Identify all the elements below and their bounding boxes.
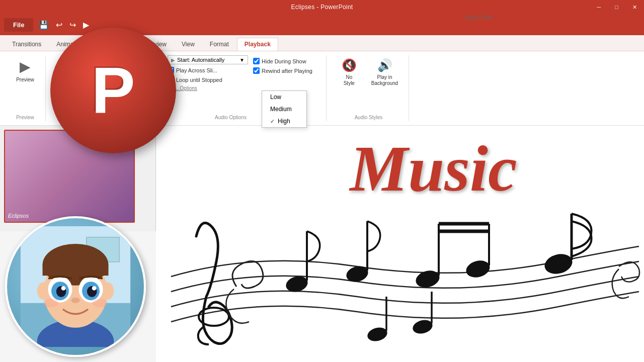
- audio-styles-group-label: Audio Styles: [355, 115, 383, 120]
- volume-option-low[interactable]: Low: [262, 91, 306, 103]
- redo-button[interactable]: ↪: [66, 18, 79, 32]
- audio-options-left: ▶ Start: Automatically ▼ Play Across Sli…: [168, 55, 248, 91]
- svg-point-7: [464, 258, 492, 280]
- tab-playback[interactable]: Playback: [237, 38, 278, 51]
- dropdown-arrow-icon: ▼: [239, 57, 245, 63]
- more-options-link[interactable]: ...Options: [168, 85, 248, 91]
- ppt-p-letter: P: [92, 58, 135, 123]
- audio-options-right: Hide During Show Rewind after Playing: [253, 57, 312, 74]
- loop-until-checkbox[interactable]: Loop until Stopped: [168, 76, 248, 83]
- music-heading: Music: [350, 136, 517, 201]
- svg-point-3: [345, 264, 370, 284]
- start-dropdown[interactable]: ▶ Start: Automatically ▼: [168, 55, 248, 64]
- powerpoint-logo: P: [50, 28, 176, 153]
- svg-point-15: [411, 318, 434, 335]
- tab-transitions[interactable]: Transitions: [5, 38, 48, 51]
- svg-point-37: [93, 299, 108, 307]
- volume-dropdown: Low Medium High: [262, 90, 307, 128]
- window-controls: ─ □ ✕: [590, 0, 644, 14]
- present-button[interactable]: ▶: [79, 18, 93, 32]
- ribbon-group-audio-styles: 🔇 NoStyle 🔊 Play inBackground Audio Styl…: [329, 55, 409, 121]
- file-tab-button[interactable]: File: [4, 18, 33, 32]
- slide-main-area: Music: [156, 126, 644, 362]
- avatar-circle: [5, 216, 146, 357]
- audio-tools-context-label: Audio Tools: [454, 0, 503, 35]
- play-icon: ▶: [20, 58, 31, 75]
- slide-title: Eclipsos: [8, 213, 29, 219]
- audio-options-group-label: Audio Options: [215, 115, 247, 120]
- restore-button[interactable]: □: [608, 0, 625, 14]
- svg-point-35: [71, 298, 79, 303]
- volume-option-medium[interactable]: Medium: [262, 103, 306, 115]
- tab-view[interactable]: View: [175, 38, 202, 51]
- svg-rect-24: [43, 264, 109, 276]
- no-style-icon: 🔇: [342, 58, 357, 72]
- undo-button[interactable]: ↩: [52, 18, 66, 32]
- ribbon-group-preview: ▶ Preview Preview: [5, 55, 46, 121]
- save-button[interactable]: 💾: [35, 18, 52, 32]
- hide-during-show-checkbox[interactable]: Hide During Show: [253, 57, 312, 65]
- tab-format[interactable]: Format: [203, 38, 236, 51]
- preview-group-label: Preview: [16, 115, 34, 120]
- svg-point-34: [92, 286, 97, 291]
- play-across-checkbox[interactable]: Play Across Sli...: [168, 66, 248, 74]
- title-bar: Eclipses - PowerPoint ─ □ ✕: [0, 0, 644, 14]
- svg-point-36: [43, 299, 59, 307]
- avatar-face-svg: [20, 226, 131, 347]
- minimize-button[interactable]: ─: [590, 0, 608, 14]
- start-label: Start: Automatically: [177, 57, 224, 63]
- svg-point-5: [414, 268, 442, 290]
- no-style-button[interactable]: 🔇 NoStyle: [334, 55, 364, 89]
- svg-point-11: [542, 251, 575, 277]
- preview-play-button[interactable]: ▶ Preview: [10, 55, 40, 85]
- svg-point-13: [366, 325, 388, 343]
- main-content: Eclipses - PowerPoint ─ □ ✕ File 💾 ↩ ↪ ▶…: [0, 0, 644, 362]
- play-bg-icon: 🔊: [377, 58, 392, 72]
- volume-option-high[interactable]: High: [262, 115, 306, 127]
- close-button[interactable]: ✕: [625, 0, 644, 14]
- window-title: Eclipses - PowerPoint: [291, 4, 353, 11]
- rewind-after-playing-checkbox[interactable]: Rewind after Playing: [253, 67, 312, 74]
- play-in-background-button[interactable]: 🔊 Play inBackground: [366, 55, 403, 89]
- music-notes-graphic: [156, 186, 644, 347]
- svg-point-33: [61, 286, 66, 291]
